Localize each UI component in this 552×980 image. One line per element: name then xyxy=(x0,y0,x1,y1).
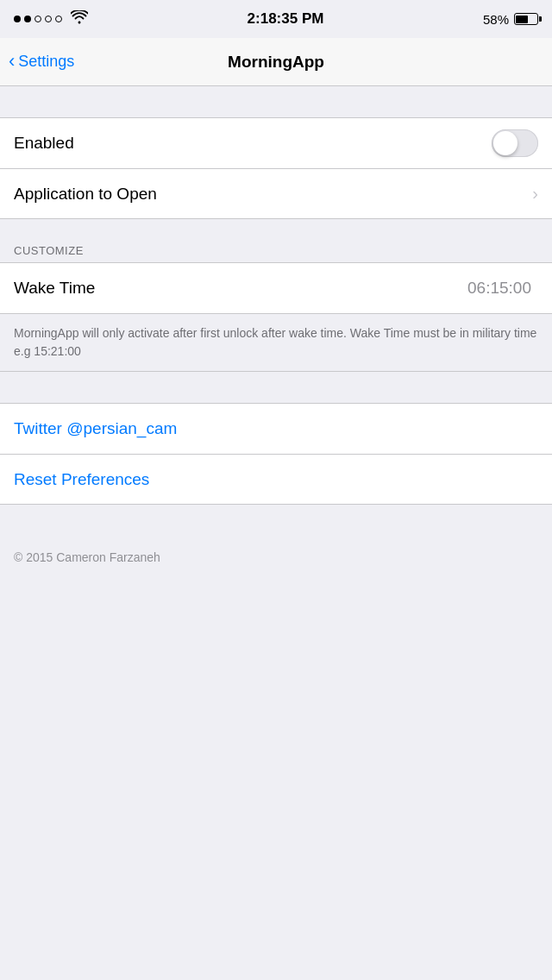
signal-dot-2 xyxy=(24,16,31,22)
back-button[interactable]: ‹ Settings xyxy=(9,53,74,71)
app-to-open-label: Application to Open xyxy=(14,185,532,204)
wake-time-section: Wake Time 06:15:00 xyxy=(0,262,552,313)
twitter-row[interactable]: Twitter @persian_cam xyxy=(0,404,552,454)
enabled-label: Enabled xyxy=(14,134,492,153)
status-left xyxy=(14,10,88,28)
signal-dot-1 xyxy=(14,16,21,22)
enabled-row: Enabled xyxy=(0,118,552,168)
app-to-open-row[interactable]: Application to Open › xyxy=(0,168,552,218)
reset-preferences-row[interactable]: Reset Preferences xyxy=(0,454,552,504)
battery-icon xyxy=(514,13,538,25)
section-gap-1 xyxy=(0,86,552,117)
back-label: Settings xyxy=(18,53,74,71)
battery-percent: 58% xyxy=(483,12,509,27)
signal-dot-4 xyxy=(45,16,52,22)
links-section: Twitter @persian_cam Reset Preferences xyxy=(0,403,552,505)
battery-icon-container xyxy=(514,13,538,25)
customize-section-header: CUSTOMIZE xyxy=(0,219,552,262)
customize-header-text: CUSTOMIZE xyxy=(14,244,84,257)
info-block: MorningApp will only activate after firs… xyxy=(0,313,552,372)
copyright-text: © 2015 Cameron Farzaneh xyxy=(14,550,160,564)
wake-time-row: Wake Time 06:15:00 xyxy=(0,263,552,313)
back-chevron-icon: ‹ xyxy=(9,52,15,71)
battery-fill xyxy=(516,16,527,23)
nav-bar: ‹ Settings MorningApp xyxy=(0,38,552,86)
toggle-thumb xyxy=(493,131,518,155)
enabled-toggle[interactable] xyxy=(492,129,538,157)
signal-dot-5 xyxy=(55,16,62,22)
status-time: 2:18:35 PM xyxy=(248,10,324,28)
wake-time-label: Wake Time xyxy=(14,279,467,298)
signal-dots xyxy=(14,16,62,22)
status-right: 58% xyxy=(483,12,538,27)
wifi-icon xyxy=(71,10,88,28)
signal-dot-3 xyxy=(34,16,41,22)
main-section: Enabled Application to Open › xyxy=(0,117,552,219)
wake-time-value: 06:15:00 xyxy=(467,279,531,298)
page-title: MorningApp xyxy=(228,53,324,72)
section-gap-2 xyxy=(0,372,552,403)
info-text: MorningApp will only activate after firs… xyxy=(14,324,538,361)
section-gap-3 xyxy=(0,505,552,536)
chevron-right-icon: › xyxy=(532,184,538,204)
footer: © 2015 Cameron Farzaneh xyxy=(0,536,552,579)
twitter-link[interactable]: Twitter @persian_cam xyxy=(14,419,177,438)
reset-preferences-link[interactable]: Reset Preferences xyxy=(14,470,149,489)
status-bar: 2:18:35 PM 58% xyxy=(0,0,552,38)
